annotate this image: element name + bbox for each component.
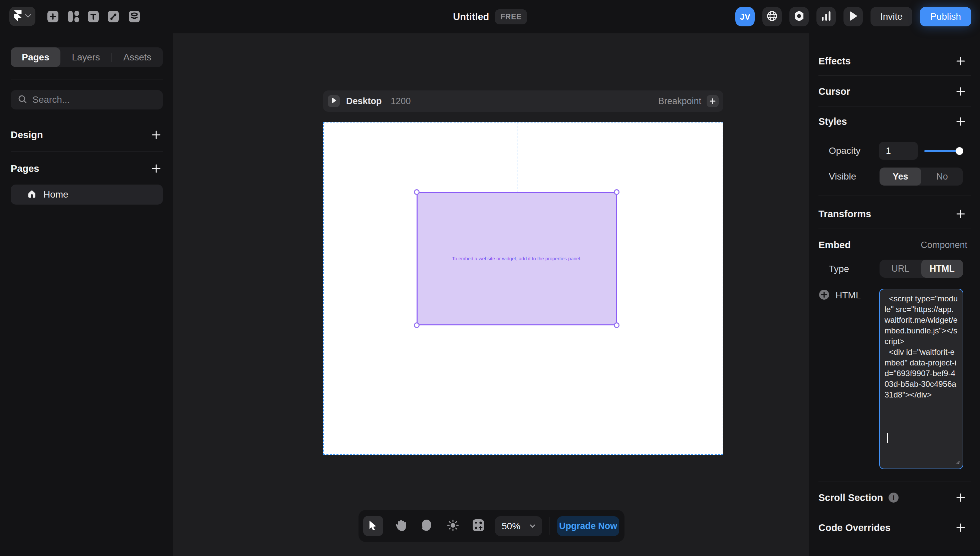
type-html-option[interactable]: HTML [921, 260, 963, 278]
html-code-content: <script type="module" src="https://app.w… [885, 293, 958, 400]
cms-tool-icon[interactable] [129, 11, 140, 23]
publish-button[interactable]: Publish [920, 7, 971, 26]
cursor-section-title: Cursor [818, 86, 850, 97]
html-property-label-row: HTML [818, 289, 861, 302]
breakpoint-bar[interactable]: Desktop 1200 Breakpoint [323, 91, 723, 112]
breakpoint-width-value: 1200 [391, 96, 411, 107]
resize-grip-icon[interactable] [955, 459, 960, 466]
plugins-icon [473, 519, 484, 533]
embed-section-title: Embed [818, 239, 851, 251]
embed-type-toggle: URL HTML [880, 260, 963, 278]
resize-handle-top-left[interactable] [414, 189, 420, 195]
layout-tool-icon[interactable] [68, 11, 79, 23]
code-overrides-section-header: Code Overrides [818, 518, 967, 537]
embed-placeholder-text: To embed a website or widget, add it to … [452, 256, 581, 261]
appearance-toggle-button[interactable] [446, 516, 460, 536]
cursor-icon [369, 520, 377, 532]
visible-toggle: Yes No [880, 168, 963, 186]
resize-handle-bottom-right[interactable] [614, 322, 619, 328]
vector-tool-icon[interactable] [108, 11, 119, 23]
add-cursor-button[interactable] [954, 85, 967, 98]
html-label: HTML [836, 290, 861, 301]
add-design-button[interactable] [150, 128, 163, 142]
hand-icon [395, 519, 406, 533]
project-title: Untitled [453, 11, 489, 23]
home-icon [27, 189, 36, 200]
add-transform-button[interactable] [954, 207, 967, 221]
add-scroll-section-button[interactable] [954, 491, 967, 504]
text-tool-icon[interactable] [88, 11, 99, 23]
globe-icon [767, 10, 778, 23]
zoom-level-select[interactable]: 50% [495, 516, 542, 536]
select-tool-button[interactable] [363, 516, 383, 536]
canvas[interactable]: Desktop 1200 Breakpoint To embed a websi… [173, 33, 809, 556]
add-page-button[interactable] [150, 162, 163, 175]
bottom-toolbar: 50% Upgrade Now [359, 510, 624, 542]
top-bar: Untitled FREE JV Invite Publish [0, 0, 980, 33]
invite-button[interactable]: Invite [870, 7, 912, 26]
sidebar-tabs: Pages Layers Assets [11, 47, 163, 67]
opacity-label: Opacity [818, 145, 860, 156]
add-style-button[interactable] [954, 115, 967, 128]
toolbar-divider [549, 517, 550, 535]
resize-handle-bottom-left[interactable] [414, 322, 420, 328]
site-settings-button[interactable] [762, 7, 782, 26]
left-sidebar: Pages Layers Assets Design Pages Home [0, 33, 173, 556]
add-breakpoint-button[interactable] [707, 95, 719, 107]
analytics-button[interactable] [817, 7, 836, 26]
sidebar-item-home[interactable]: Home [11, 184, 163, 205]
type-label: Type [818, 263, 849, 274]
divider [818, 106, 971, 107]
plugins-button[interactable] [471, 516, 486, 536]
search-bar [11, 90, 163, 110]
gem-icon [794, 10, 804, 23]
preview-breakpoint-button[interactable] [328, 95, 340, 107]
add-code-override-button[interactable] [954, 521, 967, 534]
chevron-down-icon [530, 523, 535, 529]
circle-plus-icon[interactable] [818, 289, 830, 302]
resize-handle-top-right[interactable] [614, 189, 619, 195]
embed-element[interactable]: To embed a website or widget, add it to … [417, 192, 617, 325]
opacity-slider[interactable] [924, 142, 963, 160]
insert-tool-icon[interactable] [47, 11, 58, 23]
info-icon[interactable]: i [889, 493, 899, 503]
chevron-down-icon [25, 13, 31, 19]
tab-assets[interactable]: Assets [112, 47, 163, 67]
slider-thumb[interactable] [956, 147, 963, 155]
effects-section-title: Effects [818, 56, 851, 67]
cursor-section-header: Cursor [818, 82, 967, 101]
tab-layers[interactable]: Layers [60, 47, 112, 67]
comments-tool-button[interactable] [419, 516, 434, 536]
pan-tool-button[interactable] [393, 516, 408, 536]
upgrade-now-button[interactable]: Upgrade Now [557, 516, 619, 536]
alignment-guide-line [517, 123, 517, 192]
design-section-title: Design [11, 129, 43, 141]
opacity-input[interactable] [879, 142, 918, 160]
tab-pages[interactable]: Pages [11, 47, 60, 67]
divider [818, 229, 971, 229]
framer-logo-menu[interactable] [9, 6, 36, 26]
embed-component-kind: Component [920, 240, 967, 250]
pages-section-header: Pages [11, 159, 163, 178]
desktop-frame[interactable]: To embed a website or widget, add it to … [323, 122, 723, 455]
scroll-section-title: Scroll Section [818, 492, 883, 503]
preview-button[interactable] [844, 7, 863, 26]
visible-yes-option[interactable]: Yes [880, 168, 921, 186]
pages-section-title: Pages [11, 163, 39, 174]
bar-chart-icon [821, 11, 831, 23]
page-item-label: Home [44, 189, 68, 200]
brand-assets-button[interactable] [789, 7, 809, 26]
add-effect-button[interactable] [954, 54, 967, 68]
visible-label: Visible [818, 171, 856, 182]
divider [818, 512, 971, 512]
code-overrides-title: Code Overrides [818, 522, 891, 533]
type-url-option[interactable]: URL [880, 260, 921, 278]
visible-no-option[interactable]: No [921, 168, 963, 186]
divider [11, 79, 163, 79]
search-input[interactable] [32, 94, 155, 105]
html-code-editor[interactable]: <script type="module" src="https://app.w… [879, 289, 963, 469]
plan-badge: FREE [495, 9, 527, 24]
text-caret [887, 433, 888, 443]
user-avatar[interactable]: JV [735, 7, 755, 26]
styles-section-title: Styles [818, 116, 847, 127]
